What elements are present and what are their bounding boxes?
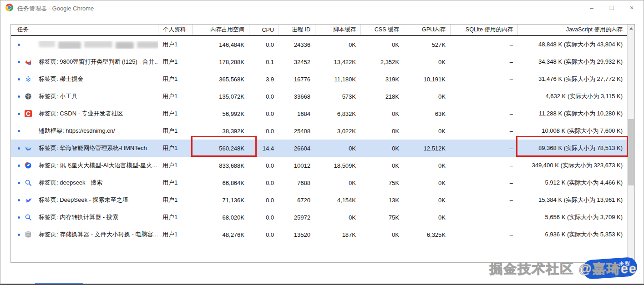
column-header-script_cache[interactable]: 脚本缓存 [315,25,360,35]
gpu_memory-cell: 0K [404,162,450,169]
task-cell: b标签页: 9800弹窗打开类型判断 (!125) · 合并... [11,58,158,66]
column-header-js_memory[interactable]: JavaScript 使用的内存 [517,25,627,35]
table-row[interactable]: b标签页: 9800弹窗打开类型判断 (!125) · 合并...用户1178,… [11,53,627,70]
cpu-cell: 0.0 [249,231,279,238]
table-row[interactable]: 标签页: CSDN - 专业开发者社区用户156,992K0.016846,83… [11,105,627,122]
pid-cell: 6720 [279,197,315,204]
maximize-button[interactable]: □ [602,0,622,15]
table-row[interactable]: 用户1146,484K0.0243360K0K527K–48,848 K (实际… [11,36,627,53]
sqlite_memory-cell: – [450,41,517,48]
gpu_memory-cell: 0K [404,180,450,186]
sqlite_memory-cell: – [450,110,517,117]
css_cache-cell: 75K [360,180,404,186]
scrollbar[interactable] [627,25,634,262]
column-header-css_cache[interactable]: CSS 缓存 [360,25,404,35]
cpu-cell: 0.0 [249,93,279,100]
column-header-gpu_memory[interactable]: GPU内存 [404,25,450,35]
pid-cell: 10012 [279,162,315,169]
column-header-memory[interactable]: 内存占用空间 [192,25,249,35]
minimize-button[interactable]: – [582,0,602,15]
bullet-dot-icon [18,95,20,98]
no-icon [25,127,32,135]
bullet-dot-icon [18,147,20,150]
deepseek-icon [25,196,32,204]
task-cell: 标签页: 华海智能网络管理系统-HMNTech [11,144,158,152]
column-header-profile[interactable]: 个人资料 [158,25,192,35]
table-row[interactable]: 标签页: deepseek - 搜索用户166,864K0.076880K75K… [11,174,627,191]
gpu_memory-cell: 527K [404,41,450,48]
bullet-dot-icon [18,61,20,63]
cpu-cell: 0.0 [249,180,279,186]
profile-cell: 用户1 [158,110,192,118]
css_cache-cell: 0K [360,162,404,169]
bullet-dot-icon [18,165,20,167]
bullet-dot-icon [18,78,20,80]
js_memory-cell: 6,936 K (实际大小为 5,353 K) [517,230,627,239]
pid-cell: 32452 [279,59,315,65]
cpu-cell: 0.0 [249,162,279,169]
task-cell: 标签页: 稀土掘金 [11,75,158,83]
watermark-prefix: 掘金技术社区 @ [489,261,592,276]
task-cell: 标签页: deepseek - 搜索 [11,179,158,187]
css_cache-cell: 13K [360,197,404,204]
js_memory-cell: 5,656 K (实际大小为 3,709 K) [517,213,627,221]
js_memory-cell: 10,008 K (实际大小为 7,600 K) [517,127,627,135]
js_memory-cell: 349,400 K (实际大小为 323,673 K) [517,161,627,170]
memory-cell: 365,568K [192,76,249,83]
pid-cell: 24336 [279,41,315,48]
js_memory-cell: 34,348 K (实际大小为 29,932 K) [517,58,627,66]
table-header-row: 任务个人资料内存占用空间CPU进程 ID脚本缓存CSS 缓存GPU内存SQLit… [11,25,627,36]
css_cache-cell: 2,352K [360,59,404,65]
column-header-sqlite_memory[interactable]: SQLite 使用的内存 [450,25,517,35]
pid-cell: 33668 [279,93,315,100]
cpu-cell: 0.0 [249,128,279,135]
database-icon [25,231,32,238]
task-label: 标签页: 存储换算器 - 文件大小转换 - 电脑容... [39,230,158,239]
table-row[interactable]: 标签页: 讯飞星火大模型-AI大语言模型-星火...用户1833,688K0.0… [11,157,627,174]
profile-cell: 用户1 [158,179,192,187]
column-header-cpu[interactable]: CPU [249,25,279,35]
close-button[interactable]: × [622,0,642,15]
table-row[interactable]: 标签页: 小工具用户1135,072K0.033668573K218K0K–4,… [11,88,627,105]
sqlite_memory-cell: – [450,128,517,135]
script_cache-cell: 18,509K [315,162,360,169]
title-bar: 任务管理器 - Google Chrome – □ × [0,0,644,15]
table-row[interactable]: 辅助框架: https://csdnimg.cn/用户138,392K0.025… [11,122,627,140]
table-row[interactable]: 标签页: 华海智能网络管理系统-HMNTech用户1560,248K14.426… [11,140,627,157]
gpu_memory-cell: 10,191K [404,76,450,83]
table-row[interactable]: 标签页: 存储换算器 - 文件大小转换 - 电脑容...用户148,276K0.… [11,226,627,243]
search-icon [25,179,32,186]
profile-cell: 用户1 [158,40,192,49]
script_cache-cell: 13,422K [315,59,360,65]
table-row[interactable]: 标签页: DeepSeek - 探索未至之境用户171,136K0.067204… [11,191,627,209]
sqlite_memory-cell: – [450,214,517,221]
task-cell: 辅助框架: https://csdnimg.cn/ [11,127,158,135]
memory-cell: 56,992K [192,110,249,117]
task-label: 标签页: 小工具 [39,92,77,100]
csdn-icon [25,110,32,117]
process-table: 任务个人资料内存占用空间CPU进程 ID脚本缓存CSS 缓存GPU内存SQLit… [10,24,635,263]
bullet-dot-icon [18,113,20,115]
column-header-pid[interactable]: 进程 ID [279,25,315,35]
memory-cell: 71,136K [192,197,249,204]
table-row[interactable]: 标签页: 稀土掘金用户1365,568K3.91677611,180K319K1… [11,70,627,88]
script_cache-cell: 3,022K [315,128,360,135]
sqlite_memory-cell: – [450,145,517,152]
chrome-logo-icon [5,4,13,11]
memory-cell: 178,288K [192,59,249,65]
scrollbar-thumb[interactable] [628,119,634,185]
globe-icon [25,93,32,100]
scroll-up-arrow-icon[interactable] [628,25,634,32]
task-manager-window: 任务管理器 - Google Chrome – □ × 任务个人资料内存占用空间… [0,0,644,285]
script_cache-cell: 0K [315,41,360,48]
css_cache-cell: 75K [360,214,404,221]
cpu-cell: 0.1 [249,59,279,65]
sqlite_memory-cell: – [450,162,517,169]
column-header-task[interactable]: 任务 [11,25,158,35]
js_memory-cell: 11,288 K (实际大小为 10,280 K) [517,110,627,118]
css_cache-cell: 319K [360,76,404,83]
table-row[interactable]: 标签页: 内存转换计算器 - 搜索用户168,020K0.0259720K75K… [11,209,627,226]
sqlite_memory-cell: – [450,59,517,65]
hmntech-icon [25,145,32,152]
script_cache-cell: 187K [315,231,360,238]
